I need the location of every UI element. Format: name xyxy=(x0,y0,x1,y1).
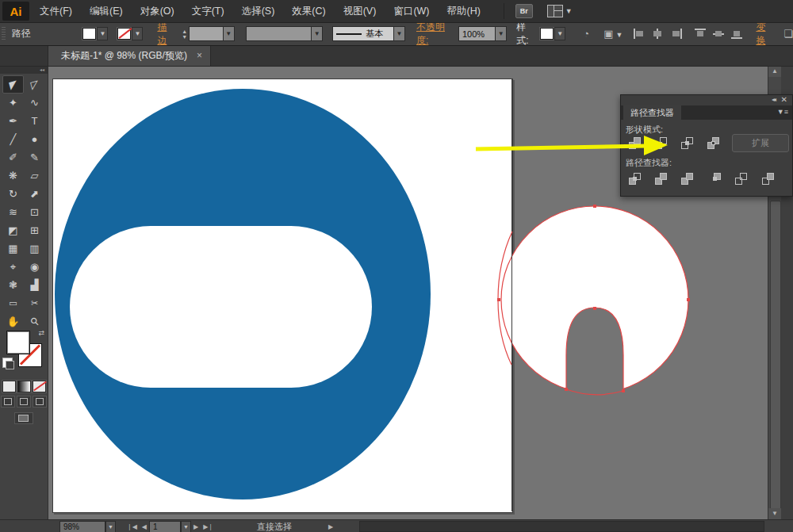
perspective-grid-tool[interactable]: ⊞ xyxy=(24,221,45,239)
pencil-tool[interactable]: ✎ xyxy=(24,148,45,166)
tab-close-icon[interactable]: × xyxy=(197,50,202,61)
prev-artboard-icon[interactable]: ◀ xyxy=(142,523,147,530)
bounding-box-icon[interactable]: ▣▼ xyxy=(603,28,623,40)
draw-inside-button[interactable] xyxy=(33,396,47,408)
default-fill-stroke-icon[interactable] xyxy=(2,358,13,368)
gradient-mode-button[interactable] xyxy=(17,381,31,392)
artboard-number-dropdown[interactable]: ▼ xyxy=(181,521,191,532)
swap-fill-stroke-icon[interactable]: ⇄ xyxy=(38,329,44,337)
eyedropper-tool[interactable]: ⌖ xyxy=(2,258,24,276)
lasso-tool[interactable]: ∿ xyxy=(24,94,45,112)
style-dropdown[interactable]: ▼ xyxy=(554,27,565,40)
align-right-icon[interactable] xyxy=(670,29,682,39)
pen-tool[interactable]: ✒ xyxy=(2,112,24,130)
transform-link[interactable]: 变换 xyxy=(756,21,774,48)
fill-color-dropdown[interactable]: ▼ xyxy=(97,27,108,40)
fill-color-swatch[interactable] xyxy=(82,28,96,40)
first-artboard-icon[interactable]: ❘◀ xyxy=(127,523,137,530)
stroke-width-dropdown[interactable]: ▼ xyxy=(189,26,234,41)
divide-button[interactable] xyxy=(626,170,644,188)
slice-tool[interactable]: ✂ xyxy=(24,294,45,312)
horizontal-scrollbar[interactable] xyxy=(359,521,764,532)
line-segment-tool[interactable]: ╱ xyxy=(2,130,24,148)
eraser-tool[interactable]: ▱ xyxy=(24,166,45,185)
workspace-switcher[interactable]: ▼ xyxy=(547,5,573,17)
zoom-level-dropdown[interactable]: ▼ xyxy=(105,521,116,532)
magic-wand-tool[interactable]: ✦ xyxy=(2,94,24,112)
menu-object[interactable]: 对象(O) xyxy=(132,0,183,22)
width-profile-dropdown[interactable]: ▼ xyxy=(246,26,324,41)
outline-button[interactable] xyxy=(732,170,750,188)
scroll-down-icon[interactable]: ▼ xyxy=(768,508,781,519)
panel-close-icon[interactable]: ✕ xyxy=(781,95,787,104)
align-center-icon[interactable] xyxy=(652,29,664,39)
align-middle-icon[interactable] xyxy=(713,29,725,39)
align-top-icon[interactable] xyxy=(695,29,707,39)
stroke-link[interactable]: 描边 xyxy=(157,21,175,48)
intersect-button[interactable] xyxy=(678,134,696,152)
zoom-tool[interactable]: ⚲ xyxy=(24,312,45,331)
panel-titlebar[interactable]: ◂◂ ✕ xyxy=(621,95,792,106)
panel-menu-icon[interactable]: ▼≡ xyxy=(777,108,788,116)
hand-tool[interactable]: ✋ xyxy=(2,312,24,331)
direct-selection-tool[interactable]: ◸ xyxy=(24,75,45,94)
menu-effect[interactable]: 效果(C) xyxy=(283,0,334,22)
document-setup-icon[interactable]: ◔ xyxy=(583,28,589,40)
align-left-icon[interactable] xyxy=(634,29,646,39)
draw-normal-button[interactable] xyxy=(1,396,15,408)
align-bottom-icon[interactable] xyxy=(731,29,743,39)
mesh-tool[interactable]: ▦ xyxy=(2,239,24,258)
opacity-link[interactable]: 不透明度: xyxy=(416,21,455,48)
blend-tool[interactable]: ◉ xyxy=(24,258,45,276)
artboard-number-field[interactable]: 1 xyxy=(149,521,181,532)
menu-edit[interactable]: 编辑(E) xyxy=(81,0,132,22)
blob-brush-tool[interactable]: ❋ xyxy=(2,166,24,185)
document-tab[interactable]: 未标题-1* @ 98% (RGB/预览) × xyxy=(48,45,211,66)
expand-button[interactable]: 扩展 xyxy=(732,134,789,152)
draw-behind-button[interactable] xyxy=(17,396,31,408)
ellipse-tool[interactable]: ● xyxy=(24,130,45,148)
shape-builder-tool[interactable]: ◩ xyxy=(2,221,24,239)
unite-button[interactable] xyxy=(626,134,644,152)
status-flyout-icon[interactable]: ▶ xyxy=(328,523,333,530)
scroll-up-icon[interactable]: ▲ xyxy=(768,66,781,77)
stroke-width-stepper[interactable]: ▲▼ xyxy=(182,29,187,40)
minus-back-button[interactable] xyxy=(759,170,777,188)
stroke-color-dropdown[interactable]: ▼ xyxy=(132,27,143,40)
scale-tool[interactable]: ⬈ xyxy=(24,185,45,203)
free-transform-corner-icon[interactable]: ❏ xyxy=(783,28,793,40)
panel-grip-icon[interactable] xyxy=(2,27,6,41)
none-mode-button[interactable] xyxy=(33,381,46,392)
scrollbar-thumb[interactable] xyxy=(770,201,781,511)
gradient-tool[interactable]: ▥ xyxy=(24,239,45,258)
menu-window[interactable]: 窗口(W) xyxy=(385,0,438,22)
bridge-button[interactable]: Br xyxy=(515,4,533,18)
crop-button[interactable] xyxy=(706,170,724,188)
menu-view[interactable]: 视图(V) xyxy=(335,0,385,22)
menu-help[interactable]: 帮助(H) xyxy=(439,0,489,22)
menu-type[interactable]: 文字(T) xyxy=(183,0,233,22)
symbol-sprayer-tool[interactable]: ❃ xyxy=(2,276,24,294)
free-transform-tool[interactable]: ⊡ xyxy=(24,203,45,221)
menu-select[interactable]: 选择(S) xyxy=(233,0,284,22)
opacity-dropdown[interactable]: 100% ▼ xyxy=(458,26,507,41)
collapse-to-icons-icon[interactable]: ◂◂ xyxy=(772,96,775,103)
window-resize-grip[interactable] xyxy=(766,520,793,532)
width-tool[interactable]: ≋ xyxy=(2,203,24,221)
next-artboard-icon[interactable]: ▶ xyxy=(193,523,198,530)
paintbrush-tool[interactable]: ✐ xyxy=(2,148,24,166)
selection-tool[interactable]: ◤ xyxy=(2,75,24,94)
type-tool[interactable]: T xyxy=(24,112,45,130)
screen-mode-button[interactable] xyxy=(14,412,33,424)
rotate-tool[interactable]: ↻ xyxy=(2,185,24,203)
minus-front-button[interactable] xyxy=(652,134,670,152)
toolbar-collapse-icon[interactable]: ◂◂ xyxy=(0,66,48,74)
exclude-button[interactable] xyxy=(704,134,722,152)
pathfinder-tab[interactable]: 路径查找器 xyxy=(623,105,681,120)
stroke-color-swatch[interactable] xyxy=(117,28,131,40)
last-artboard-icon[interactable]: ▶❘ xyxy=(203,523,213,530)
style-swatch[interactable] xyxy=(540,28,554,40)
color-mode-button[interactable] xyxy=(2,381,16,392)
menu-file[interactable]: 文件(F) xyxy=(31,0,81,22)
merge-button[interactable] xyxy=(678,170,696,188)
